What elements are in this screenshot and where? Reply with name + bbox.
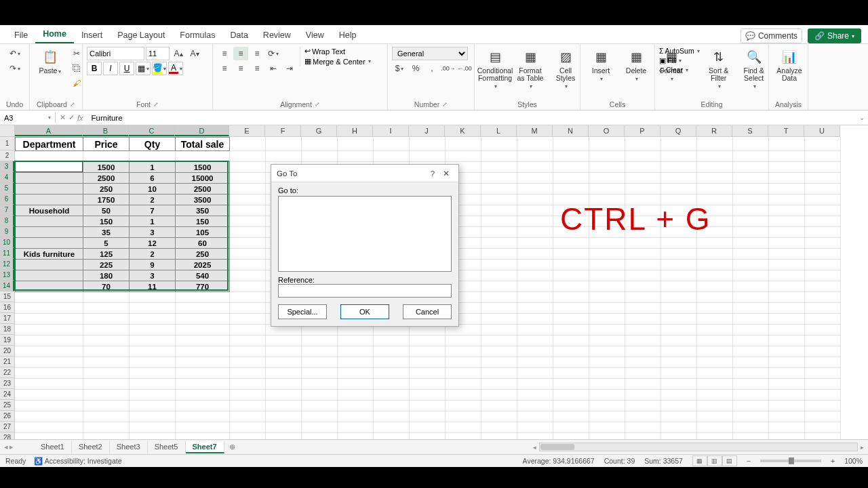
- copy-button[interactable]: ⿻: [69, 62, 84, 75]
- zoom-slider[interactable]: [760, 460, 821, 462]
- worksheet-grid[interactable]: ABCDEFGHIJKLMNOPQRSTU 123456789101112131…: [0, 125, 868, 439]
- horizontal-scrollbar[interactable]: [539, 443, 858, 451]
- align-left-button[interactable]: ≡: [217, 62, 232, 75]
- row-header-17[interactable]: 17: [0, 313, 14, 324]
- fill-color-button[interactable]: 🪣: [152, 62, 167, 75]
- tab-help[interactable]: Help: [332, 27, 364, 43]
- share-button[interactable]: 🔗Share▾: [808, 28, 861, 43]
- merge-center-button[interactable]: ▦Merge & Center: [304, 57, 371, 66]
- tab-data[interactable]: Data: [222, 27, 255, 43]
- wrap-text-button[interactable]: ↩Wrap Text: [304, 47, 371, 56]
- enter-formula-icon[interactable]: ✓: [68, 113, 75, 122]
- cancel-formula-icon[interactable]: ✕: [60, 113, 66, 122]
- sheet-tab-sheet3[interactable]: Sheet3: [110, 441, 148, 453]
- sheet-tab-sheet1[interactable]: Sheet1: [34, 441, 72, 453]
- sort-filter-button[interactable]: ⇅Sort & Filter: [703, 47, 735, 91]
- zoom-out-button[interactable]: −: [747, 457, 751, 465]
- delete-cells-button[interactable]: ▦Delete: [620, 47, 652, 83]
- select-all-corner[interactable]: [0, 125, 15, 137]
- table-header[interactable]: Qty: [130, 138, 176, 151]
- row-header-7[interactable]: 7: [0, 205, 14, 216]
- row-header-19[interactable]: 19: [0, 335, 14, 346]
- row-header-22[interactable]: 22: [0, 367, 14, 378]
- hscroll-left[interactable]: ◂: [533, 444, 536, 451]
- normal-view-button[interactable]: ▦: [692, 455, 707, 466]
- page-layout-view-button[interactable]: ▥: [707, 455, 722, 466]
- insert-cells-button[interactable]: ▦Insert: [585, 47, 617, 83]
- col-header-U[interactable]: U: [804, 125, 840, 136]
- fx-icon[interactable]: fx: [77, 114, 83, 122]
- row-header-13[interactable]: 13: [0, 270, 14, 281]
- table-row[interactable]: 2500615000: [16, 173, 230, 184]
- col-header-Q[interactable]: Q: [660, 125, 696, 136]
- col-header-T[interactable]: T: [768, 125, 804, 136]
- number-format-select[interactable]: General: [392, 47, 468, 60]
- tab-home[interactable]: Home: [35, 26, 74, 43]
- clipboard-launcher[interactable]: ⤢: [70, 101, 75, 108]
- row-header-27[interactable]: 27: [0, 422, 14, 432]
- format-as-table-button[interactable]: ▦Format as Table: [514, 47, 547, 91]
- tab-insert[interactable]: Insert: [74, 27, 110, 43]
- clear-button[interactable]: ◇Clear: [659, 66, 700, 74]
- col-header-K[interactable]: K: [445, 125, 481, 136]
- decrease-indent-button[interactable]: ⇤: [266, 62, 281, 75]
- hscroll-right[interactable]: ▸: [861, 444, 864, 451]
- formula-bar[interactable]: Furniture: [87, 113, 856, 123]
- row-header-6[interactable]: 6: [0, 194, 14, 205]
- align-top-button[interactable]: ≡: [217, 47, 232, 60]
- row-header-18[interactable]: 18: [0, 324, 14, 335]
- zoom-in-button[interactable]: +: [831, 457, 835, 465]
- row-header-24[interactable]: 24: [0, 389, 14, 400]
- number-launcher[interactable]: ⤢: [442, 101, 448, 108]
- table-header[interactable]: Price: [83, 138, 130, 151]
- row-header-5[interactable]: 5: [0, 183, 14, 194]
- underline-button[interactable]: U: [119, 62, 134, 75]
- tab-review[interactable]: Review: [256, 27, 298, 43]
- format-painter-button[interactable]: 🖌: [69, 77, 84, 90]
- col-header-D[interactable]: D: [175, 125, 229, 136]
- name-box[interactable]: A3▾: [0, 113, 56, 123]
- col-header-J[interactable]: J: [409, 125, 445, 136]
- row-header-1[interactable]: 1: [0, 137, 14, 150]
- col-header-M[interactable]: M: [517, 125, 553, 136]
- sheet-nav-prev[interactable]: ◂: [4, 443, 8, 451]
- row-header-3[interactable]: 3: [0, 161, 14, 172]
- table-row[interactable]: Household507350: [16, 205, 230, 216]
- align-right-button[interactable]: ≡: [250, 62, 264, 75]
- sheet-tab-sheet7[interactable]: Sheet7: [186, 441, 224, 453]
- table-header[interactable]: Department: [16, 138, 83, 151]
- cell-styles-button[interactable]: ▨Cell Styles: [549, 47, 582, 91]
- expand-formula-bar[interactable]: ⌄: [856, 114, 868, 121]
- cancel-button[interactable]: Cancel: [403, 304, 452, 319]
- undo-button[interactable]: ↶: [7, 47, 22, 60]
- dialog-help-button[interactable]: ?: [426, 167, 439, 180]
- cut-button[interactable]: ✂: [69, 47, 84, 60]
- font-name-select[interactable]: [87, 47, 144, 60]
- percent-button[interactable]: %: [408, 62, 423, 75]
- col-header-G[interactable]: G: [301, 125, 337, 136]
- table-header[interactable]: Total sale: [176, 138, 230, 151]
- row-header-20[interactable]: 20: [0, 346, 14, 357]
- row-header-9[interactable]: 9: [0, 226, 14, 237]
- col-header-B[interactable]: B: [83, 125, 129, 136]
- table-row[interactable]: Furniture150011500: [16, 162, 230, 173]
- tab-page-layout[interactable]: Page Layout: [110, 27, 172, 43]
- zoom-level[interactable]: 100%: [844, 457, 863, 465]
- table-row[interactable]: Kids furniture1252250: [16, 249, 230, 260]
- redo-button[interactable]: ↷: [7, 62, 22, 75]
- row-header-25[interactable]: 25: [0, 400, 14, 411]
- tab-file[interactable]: File: [7, 27, 35, 43]
- row-header-26[interactable]: 26: [0, 411, 14, 422]
- table-row[interactable]: 22592025: [16, 260, 230, 270]
- orientation-button[interactable]: ⟳: [266, 47, 281, 60]
- table-row[interactable]: 7011770: [16, 281, 230, 292]
- font-color-button[interactable]: A: [168, 62, 183, 75]
- col-header-N[interactable]: N: [553, 125, 589, 136]
- special-button[interactable]: Special...: [278, 304, 327, 319]
- col-header-E[interactable]: E: [229, 125, 265, 136]
- italic-button[interactable]: I: [103, 62, 118, 75]
- table-row[interactable]: 51260: [16, 238, 230, 249]
- bold-button[interactable]: B: [87, 62, 102, 75]
- row-header-10[interactable]: 10: [0, 237, 14, 248]
- table-row[interactable]: 250102500: [16, 184, 230, 195]
